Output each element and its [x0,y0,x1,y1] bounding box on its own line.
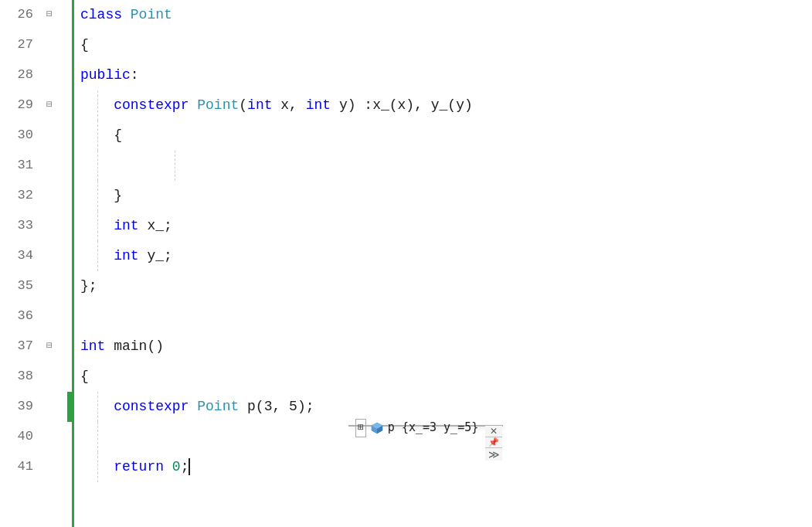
fold-icon [42,400,56,414]
line-number: 36 [0,306,42,326]
code-line: constexpr Point(int x, int y) :x_(x), y_… [74,90,812,121]
token: ( [239,97,247,113]
code-editor: 26⊟272829⊟3031323334353637⊟38394041 clas… [0,0,812,527]
token: x_; [147,218,172,233]
code-line: int main() [74,332,812,362]
token: public [80,67,131,83]
token: } [80,188,122,203]
gutter-row: 27 [0,30,72,60]
token: x, [280,97,305,113]
green-indicator [67,392,72,422]
line-number: 33 [0,216,42,236]
gutter-row: 34 [0,241,72,271]
tooltip-pin-button[interactable]: 📌 [485,437,502,448]
gutter-row: 36 [0,301,72,332]
line-number: 31 [0,155,42,175]
token: Point [197,97,239,113]
tooltip-close-button[interactable]: ✕ [485,426,502,437]
code-tokens: class Point [80,5,172,26]
gutter-row: 30 [0,121,72,151]
line-number: 32 [0,185,42,206]
token: { [80,369,89,384]
token [80,459,114,474]
code-tokens: return 0; [80,457,190,478]
token: int [114,248,147,264]
fold-icon [42,370,56,384]
gutter-row: 26⊟ [0,0,72,30]
fold-icon [42,461,56,474]
line-number: 39 [0,396,42,416]
gutter-row: 38 [0,362,72,392]
token: constexpr [114,399,197,414]
fold-icon [42,39,56,53]
code-area: class Point{public: constexpr Point(int … [74,0,812,527]
fold-icon [42,430,56,444]
gutter-row: 35 [0,271,72,301]
code-line: { [74,362,812,392]
token: int [114,218,147,233]
token: Point [197,399,239,414]
fold-icon [42,310,56,324]
fold-icon [42,69,56,83]
fold-icon [42,129,56,143]
token: ; [181,459,189,474]
line-number: 28 [0,65,42,85]
code-line: int y_; [74,241,812,271]
code-line: { [74,30,812,60]
code-line [74,301,812,332]
token: 0 [172,459,181,474]
token: constexpr [114,97,197,113]
gutter-row: 37⊟ [0,332,72,362]
gutter-row: 33 [0,211,72,241]
code-line: }; [74,271,812,301]
token: : [131,67,139,83]
code-line: class Point [74,0,812,30]
token: { [80,37,89,53]
indent-guide [97,151,98,181]
token: int [247,97,280,113]
gutter-row: 41 [0,452,72,482]
token: y) :x_(x), y_(y) [339,97,473,113]
gutter-row: 28 [0,60,72,90]
expand-icon[interactable]: ⊞ [355,419,366,437]
gutter: 26⊟272829⊟3031323334353637⊟38394041 [0,0,74,527]
token [80,218,114,233]
line-numbers: 26⊟272829⊟3031323334353637⊟38394041 [0,0,72,482]
token [80,399,114,414]
code-tokens: int y_; [80,246,172,267]
code-line: int x_; [74,211,812,241]
gutter-row: 32 [0,181,72,211]
token [80,248,114,264]
token: }; [80,278,97,294]
code-line: public: [74,60,812,90]
code-line: ⊞ p {x_=3 y_=5}✕📌≫ [74,422,812,452]
debug-tooltip: ⊞ p {x_=3 y_=5}✕📌≫ [348,425,503,427]
code-lines: class Point{public: constexpr Point(int … [74,0,812,482]
token: main() [114,338,164,354]
fold-icon[interactable]: ⊟ [42,99,56,113]
fold-icon [42,159,56,173]
line-number: 29 [0,95,42,115]
token: int [306,97,339,113]
line-number: 26 [0,5,42,25]
code-tokens: int x_; [80,216,172,237]
indent-guide [97,422,98,452]
line-number: 40 [0,427,42,447]
fold-icon[interactable]: ⊟ [42,8,56,22]
line-number: 37 [0,336,42,356]
code-tokens: { [80,366,89,388]
token: class [80,7,131,22]
token: int [80,338,114,354]
fold-icon [42,189,56,203]
gutter-row: 29⊟ [0,90,72,121]
code-tokens: }; [80,276,97,298]
fold-icon [42,219,56,233]
code-line: constexpr Point p(3, 5); [74,392,812,422]
tooltip-more-button[interactable]: ≫ [485,448,502,461]
code-line: return 0; [74,452,812,482]
tooltip-content: ⊞ p {x_=3 y_=5} [349,426,484,430]
fold-icon[interactable]: ⊟ [42,340,56,354]
fold-icon [42,250,56,264]
line-number: 30 [0,125,42,145]
code-tokens: constexpr Point p(3, 5); [80,396,314,418]
